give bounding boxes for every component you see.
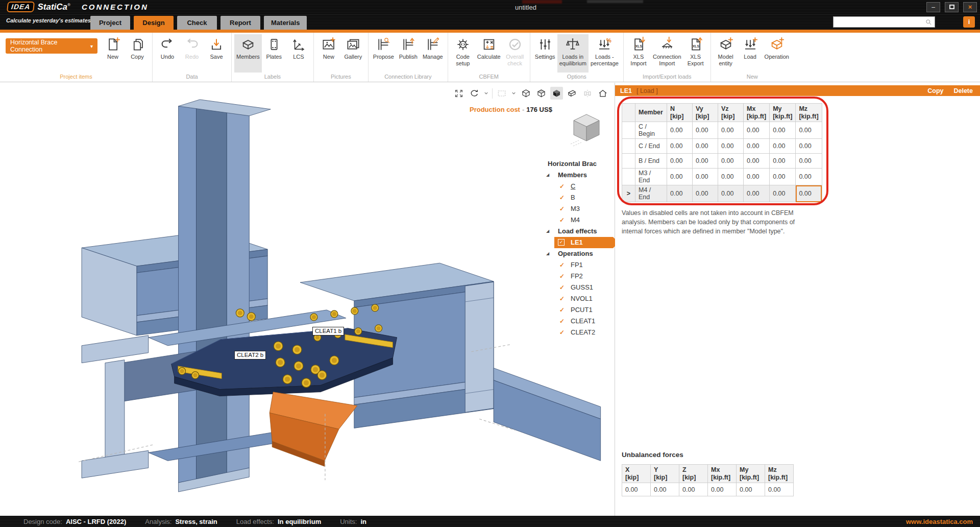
calculate-button[interactable]: Calculate: [475, 34, 503, 73]
load-value-cell[interactable]: 0.00: [770, 185, 796, 202]
tab-materials[interactable]: Materials: [264, 16, 307, 30]
info-button[interactable]: i: [963, 16, 975, 28]
load-value-cell[interactable]: 0.00: [693, 185, 718, 202]
close-button[interactable]: ×: [963, 2, 977, 12]
manage-button[interactable]: Manage: [421, 34, 445, 73]
maximize-button[interactable]: [945, 2, 959, 12]
expander-icon[interactable]: ◢: [544, 226, 551, 237]
load-value-cell[interactable]: 0.00: [744, 169, 770, 185]
tree-section-members[interactable]: ◢ Members: [540, 170, 615, 181]
tree-item-m3[interactable]: ✓ M3: [540, 203, 615, 214]
load-value-cell[interactable]: 0.00: [718, 185, 744, 202]
load-value-cell[interactable]: 0.00: [796, 169, 822, 185]
gallery-button[interactable]: Gallery: [341, 34, 365, 73]
loads-percentage-button[interactable]: % Loads - percentage: [589, 34, 621, 73]
load-value-cell[interactable]: 0.00: [693, 139, 718, 154]
xls-export-button[interactable]: XLS XLS Export: [683, 34, 708, 73]
copy-project-item-button[interactable]: Copy: [125, 34, 150, 73]
tab-project[interactable]: Project: [90, 16, 130, 30]
checkbox-checked-icon[interactable]: ✓: [558, 271, 566, 282]
navigation-cube[interactable]: [569, 109, 604, 149]
load-value-cell[interactable]: 0.00: [667, 169, 693, 185]
load-value-cell[interactable]: 0.00: [770, 139, 796, 154]
new-model-entity-button[interactable]: Model entity: [714, 34, 738, 73]
tree-item-pcut1[interactable]: ✓ PCUT1: [540, 304, 615, 316]
status-design-code[interactable]: Design code: AISC - LRFD (2022): [23, 518, 126, 525]
tree-item-c[interactable]: ✓ C: [540, 181, 615, 192]
load-value-cell[interactable]: 0.00: [796, 139, 822, 154]
load-value-cell[interactable]: 0.00: [667, 154, 693, 169]
solid-view-button[interactable]: [550, 87, 563, 100]
undo-button[interactable]: Undo: [155, 34, 180, 73]
new-load-button[interactable]: Load: [738, 34, 763, 73]
checkbox-checked-icon[interactable]: ✓: [558, 259, 566, 271]
tab-check[interactable]: Check: [177, 16, 217, 30]
load-value-cell[interactable]: 0.00: [667, 139, 693, 154]
tree-item-cleat1[interactable]: ✓ CLEAT1: [540, 316, 615, 327]
row-pointer-icon[interactable]: >: [622, 185, 635, 202]
load-value-cell[interactable]: 0.00: [718, 122, 744, 139]
tree-item-fp1[interactable]: ✓ FP1: [540, 259, 615, 271]
load-value-cell[interactable]: 0.00: [718, 139, 744, 154]
tree-item-nvol1[interactable]: ✓ NVOL1: [540, 293, 615, 304]
new-operation-button[interactable]: Operation: [763, 34, 791, 73]
load-value-cell[interactable]: 0.00: [770, 154, 796, 169]
checkbox-checked-icon[interactable]: ✓: [558, 214, 566, 226]
checkbox-checked-icon[interactable]: ✓: [558, 282, 566, 293]
checkbox-checked-icon[interactable]: ✓: [558, 192, 566, 203]
load-value-cell[interactable]: 0.00: [744, 185, 770, 202]
load-value-cell[interactable]: 0.00: [718, 169, 744, 185]
members-labels-button[interactable]: Members: [234, 34, 262, 73]
rotate-view-button[interactable]: [468, 87, 480, 100]
select-options-button[interactable]: [510, 87, 517, 100]
delete-load-button[interactable]: Delete: [953, 87, 973, 94]
load-value-cell[interactable]: 0.00: [693, 169, 718, 185]
status-load-effects[interactable]: Load effects: In equilibrium: [236, 518, 321, 525]
wireframe-view-button[interactable]: [520, 87, 532, 100]
website-link[interactable]: www.ideastatica.com: [906, 518, 980, 525]
tree-item-m4[interactable]: ✓ M4: [540, 214, 615, 226]
expander-icon[interactable]: ◢: [544, 170, 551, 181]
save-button[interactable]: Save: [204, 34, 229, 73]
load-value-cell[interactable]: 0.00: [796, 122, 822, 139]
status-analysis[interactable]: Analysis: Stress, strain: [145, 518, 217, 525]
rotate-options-button[interactable]: [483, 87, 489, 100]
tree-item-fp2[interactable]: ✓ FP2: [540, 271, 615, 282]
load-value-cell[interactable]: 0.00: [770, 169, 796, 185]
home-view-button[interactable]: [596, 87, 609, 100]
checkbox-checked-icon[interactable]: ✓: [558, 239, 565, 246]
connection-import-button[interactable]: Connection Import: [651, 34, 683, 73]
tree-item-guss1[interactable]: ✓ GUSS1: [540, 282, 615, 293]
propose-button[interactable]: Propose: [371, 34, 396, 73]
code-setup-button[interactable]: Code setup: [451, 34, 475, 73]
copy-load-button[interactable]: Copy: [927, 87, 943, 94]
search-input[interactable]: [834, 18, 925, 26]
load-value-cell[interactable]: 0.00: [796, 154, 822, 169]
shaded-view-button[interactable]: [535, 87, 548, 100]
load-value-cell[interactable]: 0.00: [744, 154, 770, 169]
lcs-labels-button[interactable]: LCS: [286, 34, 311, 73]
load-value-cell[interactable]: 0.00: [667, 185, 693, 202]
tree-item-cleat2[interactable]: ✓ CLEAT2: [540, 327, 615, 338]
fit-view-button[interactable]: [452, 87, 465, 100]
checkbox-checked-icon[interactable]: ✓: [558, 316, 566, 327]
checkbox-checked-icon[interactable]: ✓: [558, 293, 566, 304]
load-value-cell-selected[interactable]: 0.00: [796, 185, 822, 202]
load-value-cell[interactable]: 0.00: [744, 139, 770, 154]
publish-button[interactable]: Publish: [396, 34, 421, 73]
xls-import-button[interactable]: XLS XLS Import: [626, 34, 651, 73]
plates-labels-button[interactable]: Plates: [262, 34, 286, 73]
new-picture-button[interactable]: New: [316, 34, 341, 73]
loads-in-equilibrium-button[interactable]: Loads in equilibrium: [557, 34, 589, 73]
load-value-cell[interactable]: 0.00: [693, 154, 718, 169]
checkbox-checked-icon[interactable]: ✓: [558, 327, 566, 338]
checkbox-checked-icon[interactable]: ✓: [558, 203, 566, 214]
new-project-item-button[interactable]: New: [101, 34, 125, 73]
checkbox-checked-icon[interactable]: ✓: [558, 181, 566, 192]
settings-button[interactable]: Settings: [533, 34, 557, 73]
tree-section-load-effects[interactable]: ◢ Load effects: [540, 226, 615, 237]
tab-report[interactable]: Report: [220, 16, 260, 30]
connection-selector[interactable]: Horizontal Brace Connection ▾: [6, 38, 97, 54]
section-view-button[interactable]: [566, 87, 578, 100]
minimize-button[interactable]: –: [926, 2, 940, 12]
